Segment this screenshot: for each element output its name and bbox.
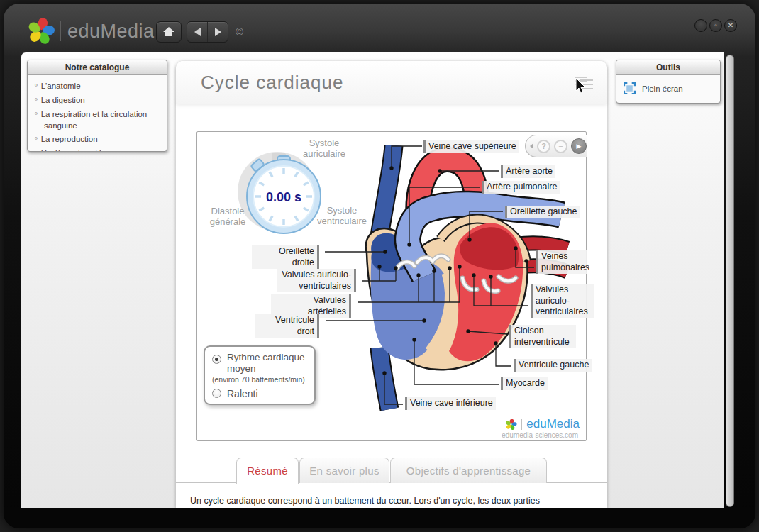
minimize-button[interactable]: – xyxy=(694,19,707,32)
catalog-list: ºL'anatomie ºLa digestion ºLa respiratio… xyxy=(28,75,167,152)
sidebar-item-respiration[interactable]: ºLa respiration et la circulation sangui… xyxy=(35,109,161,132)
fullscreen-icon xyxy=(624,82,636,94)
edumedia-pinwheel-icon xyxy=(27,17,55,45)
footer-logo-separator xyxy=(521,419,522,430)
animation-footer: eduMedia edumedia-sciences.com xyxy=(196,414,587,441)
help-button[interactable]: ? xyxy=(537,140,550,153)
radio-selected-dot xyxy=(215,358,218,361)
home-button[interactable] xyxy=(156,21,182,43)
label-ventricule-droit: Ventricule droit xyxy=(255,314,319,338)
app-window: eduMedia © – ▫ ✕ Notre catalogue ºL'anat… xyxy=(0,0,759,532)
edumedia-pinwheel-icon xyxy=(505,419,517,431)
catalog-panel-title: Notre catalogue xyxy=(28,60,167,75)
radio-ralenti-label[interactable]: Ralenti xyxy=(227,388,258,399)
footer-brand-name: eduMedia xyxy=(526,417,580,431)
brand-name: eduMedia xyxy=(67,21,155,43)
label-veines-pulmonaires: Veines pulmonaires xyxy=(536,250,587,274)
label-valvules-av-droite: Valvules auriculo-ventriculaires xyxy=(531,284,594,318)
title-row: Cycle cardiaque xyxy=(176,61,607,104)
phase-label-diastole: Diastole générale xyxy=(204,206,251,228)
forward-icon xyxy=(215,28,221,36)
label-valvules-av-gauche: Valvules auriculo-ventriculaires xyxy=(277,269,356,292)
label-veine-cave-inferieure: Veine cave inférieure xyxy=(405,397,496,410)
fullscreen-label: Plein écran xyxy=(642,84,683,93)
window-bottom-frame xyxy=(4,508,755,528)
phase-label-ventricular: Systole ventriculaire xyxy=(306,206,377,227)
tools-panel: Outils Plein écran xyxy=(616,60,721,104)
sidebar-item-hygiene[interactable]: ºHygiène et santé xyxy=(35,148,161,152)
radio-ralenti[interactable] xyxy=(212,389,221,398)
list-menu-icon[interactable] xyxy=(575,77,587,87)
bullet-icon: º xyxy=(35,111,38,118)
play-button[interactable]: ▶ xyxy=(571,138,587,154)
back-icon xyxy=(194,28,201,36)
label-cloison-interventricule: Cloison interventricule xyxy=(509,325,576,348)
phase-label-auricular: Systole auriculaire xyxy=(298,138,350,160)
tab-en-savoir-plus[interactable]: En savoir plus xyxy=(299,458,389,483)
fullscreen-button[interactable]: Plein écran xyxy=(616,75,720,101)
summary-text: Un cycle cardiaque correspond à un batte… xyxy=(190,495,597,508)
label-oreillette-gauche: Oreillette gauche xyxy=(505,206,580,218)
history-nav xyxy=(187,21,228,43)
bullet-icon: º xyxy=(35,96,38,104)
home-icon xyxy=(163,27,174,37)
vertical-scrollbar[interactable] xyxy=(726,55,734,507)
page-title: Cycle cardiaque xyxy=(201,72,343,94)
radio-rythme-moyen[interactable] xyxy=(212,355,221,364)
sidebar-item-digestion[interactable]: ºLa digestion xyxy=(35,95,161,106)
label-ventricule-gauche: Ventricule gauche xyxy=(514,359,592,372)
catalog-panel: Notre catalogue ºL'anatomie ºLa digestio… xyxy=(27,60,167,152)
bullet-icon: º xyxy=(35,82,38,90)
radio-rythme-moyen-label[interactable]: Rythme cardiaque moyen xyxy=(227,352,312,375)
radio-rythme-moyen-sublabel: (environ 70 battements/min) xyxy=(212,375,315,384)
bullet-icon: º xyxy=(35,135,38,143)
brand-logo: eduMedia xyxy=(27,17,155,45)
rhythm-selector-panel: Rythme cardiaque moyen (environ 70 batte… xyxy=(204,345,316,405)
tools-panel-title: Outils xyxy=(616,60,720,75)
collapse-panel-icon[interactable] xyxy=(530,143,533,149)
forward-button[interactable] xyxy=(207,22,228,42)
sidebar-item-reproduction[interactable]: ºLa reproduction xyxy=(35,134,161,145)
titlebar: eduMedia © – ▫ ✕ xyxy=(0,0,759,53)
menu-button[interactable]: ≡ xyxy=(554,140,567,153)
footer-site-url: edumedia-sciences.com xyxy=(502,431,578,439)
maximize-button[interactable]: ▫ xyxy=(709,19,722,32)
animation-controls: ? ≡ ▶ xyxy=(525,135,587,157)
copyright-symbol: © xyxy=(236,26,243,38)
bullet-icon: º xyxy=(35,150,38,152)
label-artere-pulmonaire: Artère pulmonaire xyxy=(482,181,560,194)
close-button[interactable]: ✕ xyxy=(724,19,737,32)
label-myocarde: Myocarde xyxy=(501,377,548,390)
brand-separator xyxy=(60,21,61,41)
sidebar-item-anatomie[interactable]: ºL'anatomie xyxy=(35,81,161,92)
footer-logo: eduMedia xyxy=(505,417,580,431)
back-button[interactable] xyxy=(187,22,207,42)
label-artere-aorte: Artère aorte xyxy=(501,165,555,178)
label-veine-cave-superieure: Veine cave supérieure xyxy=(423,140,519,153)
tab-objectifs[interactable]: Objectifs d'apprentissage xyxy=(390,458,547,483)
tab-resume[interactable]: Résumé xyxy=(236,458,299,484)
label-oreillette-droite: Oreillette droite xyxy=(252,245,319,269)
